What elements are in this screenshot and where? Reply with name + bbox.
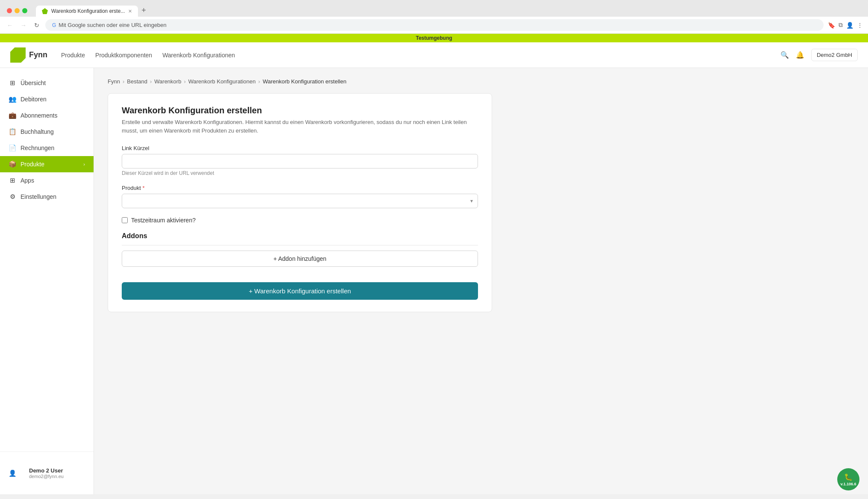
addons-section: Addons + Addon hinzufügen	[122, 232, 478, 274]
breadcrumb-current: Warenkorb Konfiguration erstellen	[263, 78, 346, 85]
page-description: Erstelle und verwalte Warenkorb Konfigur…	[122, 118, 478, 135]
user-info: Demo 2 User demo2@fynn.eu	[21, 463, 72, 483]
user-name: Demo 2 User	[29, 467, 64, 474]
required-marker: *	[142, 185, 144, 191]
add-addon-button[interactable]: + Addon hinzufügen	[122, 251, 478, 267]
logo-icon	[10, 47, 26, 63]
browser-actions: 🔖 ⧉ 👤 ⋮	[828, 21, 863, 29]
breadcrumb-konfig[interactable]: Warenkorb Konfigurationen	[188, 78, 256, 85]
env-banner: Testumgebung	[0, 34, 868, 42]
back-button[interactable]: ←	[5, 21, 15, 30]
bug-icon: 🐛	[844, 473, 853, 481]
logo-text: Fynn	[29, 50, 47, 59]
version-badge[interactable]: 🐛 v.1.106.6	[837, 468, 859, 490]
produkt-select[interactable]	[122, 194, 478, 208]
address-text: Mit Google suchen oder eine URL eingeben	[59, 22, 166, 28]
sidebar-item-label: Produkte	[21, 161, 44, 168]
tab-favicon	[42, 8, 48, 14]
sidebar-item-produkte[interactable]: 📦 Produkte ›	[0, 156, 94, 172]
testzeitraum-row: Testzeitraum aktivieren?	[122, 217, 478, 224]
testzeitraum-label[interactable]: Testzeitraum aktivieren?	[131, 217, 196, 224]
addons-title: Addons	[122, 232, 478, 240]
create-config-button[interactable]: + Warenkorb Konfiguration erstellen	[122, 282, 478, 300]
maximize-button[interactable]	[22, 8, 27, 13]
link-kurzel-input[interactable]	[122, 154, 478, 168]
main-content: Fynn › Bestand › Warenkorb › Warenkorb K…	[94, 68, 868, 494]
debitoren-icon: 👥	[9, 95, 16, 103]
rechnungen-icon: 📄	[9, 144, 16, 152]
sidebar-item-einstellungen[interactable]: ⚙ Einstellungen	[0, 189, 94, 205]
sidebar-item-debitoren[interactable]: 👥 Debitoren	[0, 91, 94, 107]
sidebar-item-label: Buchhaltung	[21, 128, 54, 135]
tab-title: Warenkorb Konfiguration erste...	[51, 8, 125, 14]
sidebar-bottom: 👤 Demo 2 User demo2@fynn.eu	[0, 452, 94, 487]
traffic-lights[interactable]	[7, 8, 27, 13]
produkt-select-wrapper: ▾	[122, 194, 478, 208]
sidebar-item-rechnungen[interactable]: 📄 Rechnungen	[0, 140, 94, 156]
address-bar: ← → ↻ G Mit Google suchen oder eine URL …	[0, 17, 868, 34]
sidebar-item-apps[interactable]: ⊞ Apps	[0, 172, 94, 189]
minimize-button[interactable]	[15, 8, 20, 13]
nav-link-produktkomponenten[interactable]: Produktkomponenten	[95, 52, 152, 59]
produkt-group: Produkt * ▾	[122, 185, 478, 208]
page-title: Warenkorb Konfiguration erstellen	[122, 106, 478, 115]
breadcrumb-fynn[interactable]: Fynn	[108, 78, 120, 85]
notifications-button[interactable]: 🔔	[796, 51, 804, 59]
sidebar-item-label: Rechnungen	[21, 145, 54, 151]
main-area: ⊞ Übersicht 👥 Debitoren 💼 Abonnements 📋 …	[0, 68, 868, 494]
browser-tab[interactable]: Warenkorb Konfiguration erste... ✕	[36, 6, 138, 17]
split-button[interactable]: ⧉	[839, 21, 843, 29]
more-button[interactable]: ⋮	[857, 22, 863, 29]
extensions-button[interactable]: 🔖	[828, 22, 835, 29]
breadcrumb-sep-3: ›	[184, 78, 185, 85]
search-button[interactable]: 🔍	[780, 51, 789, 59]
top-nav-right: 🔍 🔔 Demo2 GmbH	[780, 49, 858, 61]
tab-bar: Warenkorb Konfiguration erste... ✕ +	[36, 4, 150, 17]
breadcrumb-bestand[interactable]: Bestand	[127, 78, 147, 85]
address-input[interactable]: G Mit Google suchen oder eine URL eingeb…	[45, 19, 824, 31]
sidebar-item-label: Apps	[21, 177, 34, 184]
sidebar-item-label: Übersicht	[21, 80, 46, 86]
testzeitraum-checkbox[interactable]	[122, 217, 128, 223]
link-kurzel-hint: Dieser Kürzel wird in der URL verwendet	[122, 170, 478, 176]
profile-button[interactable]: 👤	[846, 22, 853, 29]
top-nav-links: Produkte Produktkomponenten Warenkorb Ko…	[61, 52, 780, 59]
buchhaltung-icon: 📋	[9, 128, 16, 136]
sidebar-item-label: Abonnements	[21, 112, 57, 119]
sidebar-item-label: Debitoren	[21, 96, 47, 103]
einstellungen-icon: ⚙	[9, 193, 16, 201]
sidebar-item-label: Einstellungen	[21, 193, 56, 200]
user-icon: 👤	[9, 469, 16, 477]
company-button[interactable]: Demo2 GmbH	[811, 49, 858, 61]
breadcrumb-warenkorb[interactable]: Warenkorb	[154, 78, 181, 85]
top-nav: Fynn Produkte Produktkomponenten Warenko…	[0, 42, 868, 68]
addons-divider	[122, 245, 478, 245]
breadcrumb-sep-4: ›	[258, 78, 260, 85]
sidebar-item-uebersicht[interactable]: ⊞ Übersicht	[0, 75, 94, 91]
breadcrumb-sep-1: ›	[123, 78, 124, 85]
sidebar-item-buchhaltung[interactable]: 📋 Buchhaltung	[0, 124, 94, 140]
abonnements-icon: 💼	[9, 112, 16, 119]
tab-close-button[interactable]: ✕	[128, 9, 132, 14]
link-kurzel-group: Link Kürzel Dieser Kürzel wird in der UR…	[122, 145, 478, 176]
new-tab-button[interactable]: +	[138, 4, 150, 17]
chevron-right-icon: ›	[83, 162, 85, 167]
refresh-button[interactable]: ↻	[32, 21, 41, 30]
produkt-label: Produkt *	[122, 185, 478, 191]
produkte-icon: 📦	[9, 160, 16, 168]
google-icon: G	[52, 22, 56, 28]
close-button[interactable]	[7, 8, 12, 13]
sidebar: ⊞ Übersicht 👥 Debitoren 💼 Abonnements 📋 …	[0, 68, 94, 494]
user-profile-item[interactable]: 👤 Demo 2 User demo2@fynn.eu	[0, 459, 94, 487]
forward-button[interactable]: →	[19, 21, 28, 30]
user-email: demo2@fynn.eu	[29, 474, 64, 479]
nav-link-warenkorb-konfig[interactable]: Warenkorb Konfigurationen	[162, 52, 235, 59]
app-layout: Testumgebung Fynn Produkte Produktkompon…	[0, 34, 868, 494]
nav-link-produkte[interactable]: Produkte	[61, 52, 85, 59]
form-card: Warenkorb Konfiguration erstellen Erstel…	[108, 93, 492, 312]
sidebar-item-abonnements[interactable]: 💼 Abonnements	[0, 107, 94, 124]
breadcrumb-sep-2: ›	[150, 78, 152, 85]
version-label: v.1.106.6	[841, 482, 856, 486]
apps-icon: ⊞	[9, 177, 16, 184]
logo-area: Fynn	[10, 47, 47, 63]
